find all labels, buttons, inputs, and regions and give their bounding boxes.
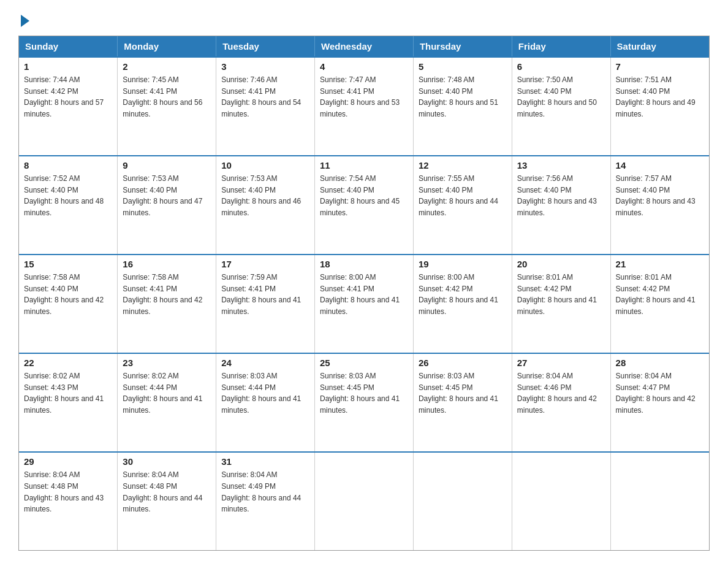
day-number: 6 <box>517 61 605 72</box>
calendar-cell: 25 Sunrise: 8:03 AMSunset: 4:45 PMDaylig… <box>315 353 414 452</box>
day-number: 14 <box>616 160 704 170</box>
calendar-cell <box>315 452 414 550</box>
day-info: Sunrise: 7:58 AMSunset: 4:40 PMDaylight:… <box>24 273 104 316</box>
day-number: 10 <box>221 160 309 170</box>
day-info: Sunrise: 8:01 AMSunset: 4:42 PMDaylight:… <box>616 273 696 316</box>
col-header-saturday: Saturday <box>610 36 709 57</box>
calendar-table: SundayMondayTuesdayWednesdayThursdayFrid… <box>19 36 709 550</box>
day-number: 7 <box>616 61 704 72</box>
day-info: Sunrise: 7:53 AMSunset: 4:40 PMDaylight:… <box>221 174 301 217</box>
calendar-body: 1 Sunrise: 7:44 AMSunset: 4:42 PMDayligh… <box>19 57 709 550</box>
day-info: Sunrise: 8:02 AMSunset: 4:43 PMDaylight:… <box>24 372 104 415</box>
day-info: Sunrise: 8:04 AMSunset: 4:48 PMDaylight:… <box>24 470 104 513</box>
day-number: 15 <box>24 259 112 269</box>
calendar-cell <box>413 452 512 550</box>
calendar-cell: 9 Sunrise: 7:53 AMSunset: 4:40 PMDayligh… <box>118 156 216 255</box>
calendar-week-5: 29 Sunrise: 8:04 AMSunset: 4:48 PMDaylig… <box>19 452 709 550</box>
calendar-cell: 26 Sunrise: 8:03 AMSunset: 4:45 PMDaylig… <box>413 353 512 452</box>
day-info: Sunrise: 7:47 AMSunset: 4:41 PMDaylight:… <box>320 75 400 118</box>
day-number: 30 <box>123 456 211 467</box>
day-number: 5 <box>419 61 507 72</box>
day-info: Sunrise: 8:00 AMSunset: 4:42 PMDaylight:… <box>419 273 498 316</box>
calendar-cell: 16 Sunrise: 7:58 AMSunset: 4:41 PMDaylig… <box>118 255 216 353</box>
day-number: 1 <box>24 61 112 72</box>
day-info: Sunrise: 7:50 AMSunset: 4:40 PMDaylight:… <box>517 75 597 118</box>
day-number: 12 <box>419 160 507 170</box>
day-info: Sunrise: 8:03 AMSunset: 4:44 PMDaylight:… <box>221 372 301 415</box>
day-number: 8 <box>24 160 112 170</box>
day-number: 23 <box>123 358 211 368</box>
calendar-cell: 6 Sunrise: 7:50 AMSunset: 4:40 PMDayligh… <box>512 57 610 156</box>
day-number: 17 <box>221 259 309 269</box>
day-info: Sunrise: 8:00 AMSunset: 4:41 PMDaylight:… <box>320 273 400 316</box>
col-header-sunday: Sunday <box>19 36 118 57</box>
day-info: Sunrise: 7:57 AMSunset: 4:40 PMDaylight:… <box>616 174 696 217</box>
calendar-cell: 20 Sunrise: 8:01 AMSunset: 4:42 PMDaylig… <box>512 255 610 353</box>
day-number: 20 <box>517 259 605 269</box>
day-number: 2 <box>123 61 211 72</box>
day-info: Sunrise: 8:04 AMSunset: 4:46 PMDaylight:… <box>517 372 597 415</box>
calendar-cell: 15 Sunrise: 7:58 AMSunset: 4:40 PMDaylig… <box>19 255 118 353</box>
day-number: 3 <box>221 61 309 72</box>
calendar-cell: 23 Sunrise: 8:02 AMSunset: 4:44 PMDaylig… <box>118 353 216 452</box>
calendar-cell <box>610 452 709 550</box>
col-header-tuesday: Tuesday <box>216 36 315 57</box>
calendar-week-2: 8 Sunrise: 7:52 AMSunset: 4:40 PMDayligh… <box>19 156 709 255</box>
day-number: 24 <box>221 358 309 368</box>
day-number: 27 <box>517 358 605 368</box>
col-header-wednesday: Wednesday <box>315 36 414 57</box>
day-number: 22 <box>24 358 112 368</box>
day-info: Sunrise: 7:53 AMSunset: 4:40 PMDaylight:… <box>123 174 202 217</box>
calendar-cell: 29 Sunrise: 8:04 AMSunset: 4:48 PMDaylig… <box>19 452 118 550</box>
calendar-cell: 31 Sunrise: 8:04 AMSunset: 4:49 PMDaylig… <box>216 452 315 550</box>
day-info: Sunrise: 7:56 AMSunset: 4:40 PMDaylight:… <box>517 174 597 217</box>
page: SundayMondayTuesdayWednesdayThursdayFrid… <box>0 0 728 563</box>
day-number: 18 <box>320 259 408 269</box>
day-number: 29 <box>24 456 112 467</box>
day-info: Sunrise: 8:03 AMSunset: 4:45 PMDaylight:… <box>320 372 400 415</box>
day-info: Sunrise: 8:02 AMSunset: 4:44 PMDaylight:… <box>123 372 202 415</box>
day-info: Sunrise: 7:48 AMSunset: 4:40 PMDaylight:… <box>419 75 498 118</box>
day-number: 4 <box>320 61 408 72</box>
calendar: SundayMondayTuesdayWednesdayThursdayFrid… <box>18 36 710 551</box>
calendar-cell: 8 Sunrise: 7:52 AMSunset: 4:40 PMDayligh… <box>19 156 118 255</box>
calendar-cell: 27 Sunrise: 8:04 AMSunset: 4:46 PMDaylig… <box>512 353 610 452</box>
day-info: Sunrise: 8:03 AMSunset: 4:45 PMDaylight:… <box>419 372 498 415</box>
day-number: 21 <box>616 259 704 269</box>
calendar-cell: 1 Sunrise: 7:44 AMSunset: 4:42 PMDayligh… <box>19 57 118 156</box>
calendar-cell: 30 Sunrise: 8:04 AMSunset: 4:48 PMDaylig… <box>118 452 216 550</box>
day-info: Sunrise: 7:55 AMSunset: 4:40 PMDaylight:… <box>419 174 498 217</box>
calendar-cell: 21 Sunrise: 8:01 AMSunset: 4:42 PMDaylig… <box>610 255 709 353</box>
calendar-cell: 10 Sunrise: 7:53 AMSunset: 4:40 PMDaylig… <box>216 156 315 255</box>
calendar-cell: 22 Sunrise: 8:02 AMSunset: 4:43 PMDaylig… <box>19 353 118 452</box>
day-info: Sunrise: 8:04 AMSunset: 4:47 PMDaylight:… <box>616 372 696 415</box>
calendar-cell <box>512 452 610 550</box>
calendar-cell: 12 Sunrise: 7:55 AMSunset: 4:40 PMDaylig… <box>413 156 512 255</box>
day-number: 13 <box>517 160 605 170</box>
day-info: Sunrise: 7:54 AMSunset: 4:40 PMDaylight:… <box>320 174 400 217</box>
day-info: Sunrise: 8:01 AMSunset: 4:42 PMDaylight:… <box>517 273 597 316</box>
calendar-cell: 11 Sunrise: 7:54 AMSunset: 4:40 PMDaylig… <box>315 156 414 255</box>
calendar-cell: 2 Sunrise: 7:45 AMSunset: 4:41 PMDayligh… <box>118 57 216 156</box>
calendar-cell: 13 Sunrise: 7:56 AMSunset: 4:40 PMDaylig… <box>512 156 610 255</box>
logo <box>18 12 29 25</box>
day-number: 25 <box>320 358 408 368</box>
day-info: Sunrise: 7:51 AMSunset: 4:40 PMDaylight:… <box>616 75 696 118</box>
day-number: 9 <box>123 160 211 170</box>
day-number: 28 <box>616 358 704 368</box>
day-info: Sunrise: 7:52 AMSunset: 4:40 PMDaylight:… <box>24 174 104 217</box>
day-info: Sunrise: 8:04 AMSunset: 4:49 PMDaylight:… <box>221 470 301 513</box>
calendar-cell: 17 Sunrise: 7:59 AMSunset: 4:41 PMDaylig… <box>216 255 315 353</box>
col-header-friday: Friday <box>512 36 610 57</box>
calendar-week-3: 15 Sunrise: 7:58 AMSunset: 4:40 PMDaylig… <box>19 255 709 353</box>
calendar-header-row: SundayMondayTuesdayWednesdayThursdayFrid… <box>19 36 709 57</box>
calendar-cell: 28 Sunrise: 8:04 AMSunset: 4:47 PMDaylig… <box>610 353 709 452</box>
logo-arrow-icon <box>21 15 29 27</box>
calendar-week-1: 1 Sunrise: 7:44 AMSunset: 4:42 PMDayligh… <box>19 57 709 156</box>
calendar-cell: 14 Sunrise: 7:57 AMSunset: 4:40 PMDaylig… <box>610 156 709 255</box>
day-info: Sunrise: 7:46 AMSunset: 4:41 PMDaylight:… <box>221 75 301 118</box>
col-header-monday: Monday <box>118 36 216 57</box>
day-info: Sunrise: 7:45 AMSunset: 4:41 PMDaylight:… <box>123 75 202 118</box>
day-number: 26 <box>419 358 507 368</box>
calendar-cell: 18 Sunrise: 8:00 AMSunset: 4:41 PMDaylig… <box>315 255 414 353</box>
